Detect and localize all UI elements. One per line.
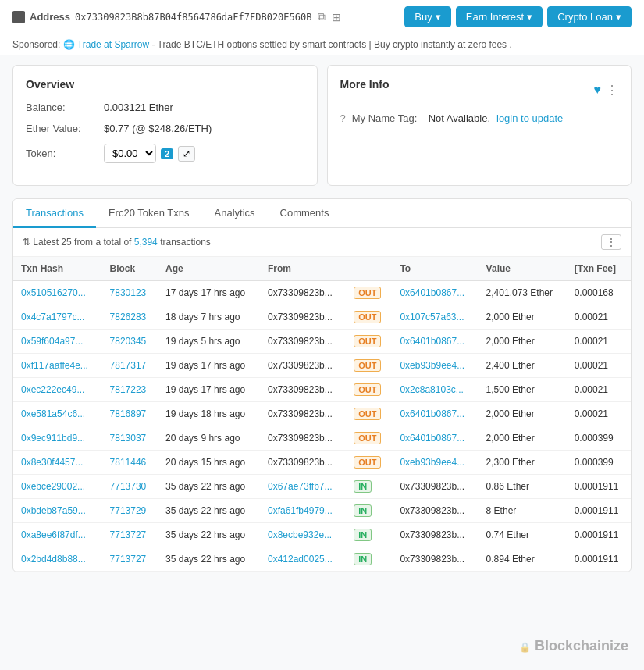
to-link[interactable]: 0xeb93b9ee4... (400, 457, 464, 468)
txn-hash-link[interactable]: 0xa8ee6f87df... (21, 529, 86, 540)
block-link[interactable]: 7816897 (110, 408, 147, 419)
block-link[interactable]: 7713727 (110, 529, 147, 540)
txn-count-link[interactable]: 5,394 (134, 237, 158, 248)
fee-cell: 0.00021 (567, 305, 631, 330)
ether-value-label: Ether Value: (26, 123, 104, 134)
block-link[interactable]: 7713729 (110, 505, 147, 516)
direction-badge: IN (354, 480, 372, 493)
token-select[interactable]: $0.00 (104, 144, 156, 163)
balance-label: Balance: (26, 102, 104, 113)
value-cell: 8 Ether (479, 499, 567, 523)
table-options-button[interactable]: ⋮ (601, 234, 621, 250)
from-cell: 0xfa61fb4979... (260, 499, 346, 523)
block-link[interactable]: 7813037 (110, 433, 147, 444)
txn-hash-link[interactable]: 0x9ec911bd9... (21, 433, 85, 444)
from-address: 0x73309823b... (268, 336, 333, 347)
direction-badge: OUT (354, 408, 381, 420)
to-link[interactable]: 0x107c57a63... (400, 312, 464, 323)
to-link[interactable]: 0xeb93b9ee4... (400, 360, 464, 371)
txn-hash-link[interactable]: 0xebce29002... (21, 481, 85, 492)
block-link[interactable]: 7713730 (110, 481, 147, 492)
txn-hash-link[interactable]: 0xbdeb87a59... (21, 505, 86, 516)
from-address: 0x73309823b... (268, 433, 333, 444)
col-from: From (260, 257, 346, 281)
tab-analytics[interactable]: Analytics (202, 199, 268, 228)
to-address: 0x73309823b... (400, 529, 464, 540)
to-cell: 0x6401b0867... (392, 402, 478, 426)
from-cell: 0x73309823b... (260, 305, 346, 330)
heart-icon[interactable]: ♥ (594, 83, 602, 98)
to-link[interactable]: 0x6401b0867... (400, 287, 464, 298)
copy-button[interactable]: ⧉ (316, 9, 327, 25)
age-cell: 35 days 22 hrs ago (158, 547, 260, 572)
age-cell: 18 days 7 hrs ago (158, 305, 260, 330)
value-cell: 1,500 Ether (479, 378, 567, 402)
table-info-bar: ⇅ Latest 25 from a total of 5,394 transa… (13, 228, 631, 257)
ether-value-row: Ether Value: $0.77 (@ $248.26/ETH) (26, 123, 304, 134)
txn-hash-link[interactable]: 0xf117aaffe4e... (21, 360, 88, 371)
block-link[interactable]: 7817223 (110, 384, 147, 395)
direction-badge: OUT (354, 456, 381, 469)
earn-interest-button[interactable]: Earn Interest ▾ (456, 6, 543, 27)
ether-value: $0.77 (@ $248.26/ETH) (104, 123, 212, 134)
tab-comments[interactable]: Comments (268, 199, 342, 228)
txn-hash-link[interactable]: 0x510516270... (21, 287, 86, 298)
from-link[interactable]: 0x412ad0025... (268, 554, 333, 565)
table-row: 0xe581a54c6... 7816897 19 days 18 hrs ag… (13, 402, 631, 426)
txn-hash-cell: 0x59f604a97... (13, 330, 102, 354)
block-link[interactable]: 7826283 (110, 312, 147, 323)
block-link[interactable]: 7830123 (110, 287, 147, 298)
qr-button[interactable]: ⊞ (330, 9, 343, 25)
buy-button[interactable]: Buy ▾ (404, 6, 450, 27)
block-link[interactable]: 7817317 (110, 360, 147, 371)
txn-hash-link[interactable]: 0x2bd4d8b88... (21, 554, 86, 565)
block-link[interactable]: 7811446 (110, 457, 147, 468)
sponsored-link[interactable]: Trade at Sparrow (77, 39, 149, 50)
block-cell: 7713727 (102, 523, 158, 547)
txn-hash-cell: 0x4c7a1797c... (13, 305, 102, 330)
to-address: 0x73309823b... (400, 554, 464, 565)
token-row: Token: $0.00 2 ⤢ (26, 144, 304, 163)
from-link[interactable]: 0x8ecbe932e... (268, 529, 332, 540)
from-link[interactable]: 0x67ae73ffb7... (268, 481, 333, 492)
header-buttons: Buy ▾ Earn Interest ▾ Crypto Loan ▾ (404, 6, 632, 27)
to-link[interactable]: 0x6401b0867... (400, 408, 464, 419)
to-link[interactable]: 0x6401b0867... (400, 336, 464, 347)
ellipsis-icon[interactable]: ⋮ (606, 83, 618, 98)
tab-erc20[interactable]: Erc20 Token Txns (96, 199, 202, 228)
main-content: Overview Balance: 0.003121 Ether Ether V… (0, 55, 644, 582)
age-cell: 17 days 17 hrs ago (158, 281, 260, 305)
to-link[interactable]: 0x2c8a8103c... (400, 384, 463, 395)
value-cell: 2,300 Ether (479, 451, 567, 475)
from-link[interactable]: 0xfa61fb4979... (268, 505, 333, 516)
direction-cell: IN (346, 547, 392, 572)
to-link[interactable]: 0x6401b0867... (400, 433, 464, 444)
from-address: 0x73309823b... (268, 384, 333, 395)
transactions-table: Txn Hash Block Age From To Value [Txn Fe… (13, 257, 631, 572)
question-icon: ? (340, 112, 346, 124)
table-row: 0xebce29002... 7713730 35 days 22 hrs ag… (13, 475, 631, 499)
txn-hash-link[interactable]: 0xe581a54c6... (21, 408, 85, 419)
direction-cell: OUT (346, 330, 392, 354)
tab-transactions[interactable]: Transactions (13, 199, 96, 228)
value-cell: 2,000 Ether (479, 330, 567, 354)
from-cell: 0x73309823b... (260, 378, 346, 402)
token-expand-button[interactable]: ⤢ (178, 146, 195, 162)
txn-hash-link[interactable]: 0x59f604a97... (21, 336, 83, 347)
txn-hash-link[interactable]: 0x8e30f4457... (21, 457, 83, 468)
crypto-loan-button[interactable]: Crypto Loan ▾ (547, 6, 632, 27)
fee-cell: 0.000399 (567, 426, 631, 451)
to-cell: 0x6401b0867... (392, 330, 478, 354)
block-link[interactable]: 7713727 (110, 554, 147, 565)
direction-badge: IN (354, 553, 372, 565)
to-cell: 0x73309823b... (392, 475, 478, 499)
direction-badge: OUT (354, 359, 381, 372)
block-link[interactable]: 7820345 (110, 336, 147, 347)
txn-hash-link[interactable]: 0x4c7a1797c... (21, 312, 84, 323)
buy-label: Buy (415, 11, 432, 23)
login-link[interactable]: login to update (496, 112, 563, 124)
table-info-text: ⇅ Latest 25 from a total of 5,394 transa… (23, 237, 211, 248)
fee-cell: 0.0001911 (567, 523, 631, 547)
address-left: Address 0x73309823B8b87B04f8564786daFf7F… (12, 9, 343, 25)
txn-hash-link[interactable]: 0xec222ec49... (21, 384, 84, 395)
